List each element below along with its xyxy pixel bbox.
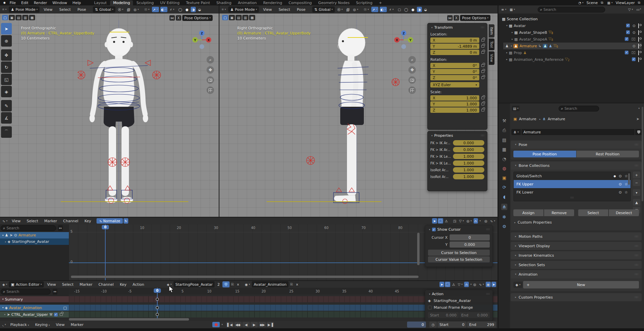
pan-hand-icon[interactable]: ✥ bbox=[207, 66, 214, 74]
dope-hscrollbar[interactable] bbox=[69, 318, 189, 321]
navigation-gizmo[interactable]: Z X Y bbox=[393, 29, 414, 51]
exclude-checkbox[interactable]: ✓ bbox=[625, 37, 628, 41]
current-frame-field[interactable]: 0 bbox=[407, 322, 426, 328]
menu-channel[interactable]: Channel bbox=[96, 282, 116, 287]
collapse-icon[interactable]: ▾ bbox=[429, 228, 430, 231]
xray-icon[interactable]: ⚡▾ bbox=[388, 7, 395, 12]
tab-view-layer-icon[interactable]: ▦ bbox=[502, 147, 506, 152]
frame-end-field[interactable]: End299 bbox=[467, 322, 496, 328]
menu-select[interactable]: Select bbox=[57, 7, 74, 12]
scene-icon[interactable]: ◔▾ bbox=[577, 0, 584, 5]
editor-type-icon[interactable]: ∿▾ bbox=[1, 218, 8, 224]
play-button[interactable]: ▶ bbox=[250, 322, 258, 327]
move-up-button[interactable]: ▲ bbox=[633, 199, 640, 206]
collapse-icon[interactable]: ▾ bbox=[431, 26, 433, 29]
scale-tool[interactable]: ◱ bbox=[1, 74, 12, 85]
render-camera-icon[interactable] bbox=[638, 57, 639, 62]
menu-view[interactable]: View bbox=[45, 282, 59, 287]
warning-icon[interactable]: ⚠ bbox=[451, 282, 456, 287]
enable-checkbox[interactable]: ✓ bbox=[54, 313, 58, 316]
drag-dots[interactable]: ∷∷ bbox=[481, 26, 484, 29]
graph-search[interactable]: ⌕ bbox=[1, 225, 56, 231]
menu-channel[interactable]: Channel bbox=[60, 219, 81, 223]
slot-icon[interactable]: ◉ bbox=[486, 282, 491, 287]
annotate-tool[interactable]: ✎ bbox=[1, 100, 12, 111]
menu-pose[interactable]: Pose bbox=[294, 7, 308, 12]
render-camera-icon[interactable] bbox=[638, 51, 639, 55]
ruler-tick[interactable]: 15 bbox=[235, 289, 240, 293]
tab-bone-constraint-icon[interactable]: ⚙ bbox=[502, 224, 506, 229]
unlock-icon[interactable] bbox=[60, 313, 63, 316]
editor-type-icon[interactable]: ⌗▾ bbox=[1, 7, 7, 12]
zoom-icon[interactable]: ⌕ bbox=[207, 56, 214, 63]
shading-wireframe-icon[interactable]: ◯ bbox=[403, 7, 409, 12]
outliner-display-mode-icon[interactable]: ≡▾ bbox=[500, 7, 507, 12]
render-camera-icon[interactable] bbox=[638, 37, 639, 42]
select-box-tool[interactable]: ➤ bbox=[1, 23, 12, 34]
breadcrumb-object[interactable]: Armature bbox=[519, 117, 536, 121]
id-type-icon[interactable]: ⋔▾ bbox=[511, 129, 521, 135]
ruler-tick[interactable]: 5 bbox=[182, 289, 184, 293]
blender-logo-icon[interactable]: ✸ bbox=[2, 0, 7, 5]
ruler-tick[interactable]: -10 bbox=[101, 289, 107, 293]
location-y-field[interactable]: Y-1.4889 m bbox=[430, 44, 479, 49]
snap-dropdown-icon[interactable]: ▾ bbox=[471, 283, 472, 286]
select-intersect-icon[interactable]: ▩ bbox=[249, 15, 255, 20]
menu-edit[interactable]: Edit bbox=[19, 1, 31, 5]
filter-funnel-icon[interactable]: ▽▾ bbox=[457, 282, 463, 287]
menu-help[interactable]: Help bbox=[70, 1, 84, 5]
lock-icon[interactable] bbox=[481, 45, 484, 48]
ruler-tick[interactable]: 35 bbox=[342, 289, 347, 293]
tab-texture-paint[interactable]: Texture Paint bbox=[183, 0, 213, 5]
pose-options-dropdown[interactable]: Pose Options▾ bbox=[460, 15, 490, 21]
next-keyframe-button[interactable]: ◆▶ bbox=[259, 322, 266, 327]
channel-armature[interactable]: ▾ ♟ ➤ ⊙ Armature bbox=[0, 232, 69, 238]
shading-wireframe-icon[interactable]: ◯ bbox=[177, 7, 183, 12]
channel-summary[interactable]: ▾Summary bbox=[0, 296, 69, 302]
lock-icon[interactable] bbox=[481, 76, 484, 79]
measure-tool[interactable]: ∡ bbox=[1, 112, 12, 124]
tab-tool-icon[interactable]: ⚒ bbox=[502, 118, 506, 123]
hide-eye-icon[interactable]: ⌧ bbox=[631, 51, 636, 55]
collection-specials-menu[interactable]: ▾ bbox=[633, 189, 640, 196]
inverse-kinematics-section[interactable]: ▸Inverse Kinematics∷∷ bbox=[511, 251, 642, 259]
tab-render-icon[interactable]: ⎙ bbox=[503, 128, 506, 133]
custom-properties-subsection[interactable]: ▸Custom Properties bbox=[513, 220, 552, 225]
location-x-field[interactable]: X0 m bbox=[430, 37, 479, 43]
expand-icon[interactable]: ▸ bbox=[512, 31, 513, 34]
favorite-star-icon[interactable]: ☆ bbox=[624, 190, 628, 195]
action2-name-field[interactable]: Avatar_Animation bbox=[252, 281, 289, 287]
tab-scene-icon[interactable]: ◔ bbox=[502, 156, 506, 161]
orientation-dropdown[interactable]: ⇅Global▾ bbox=[93, 6, 115, 12]
action-users-count[interactable]: 2 bbox=[215, 281, 222, 287]
shading-solid-icon[interactable]: ● bbox=[410, 7, 415, 12]
keyframe[interactable] bbox=[156, 298, 159, 301]
ruler-tick[interactable]: 60 bbox=[324, 226, 329, 230]
select-extend-icon[interactable]: ▤ bbox=[236, 15, 242, 20]
outliner-row-avatar[interactable]: ▾ ▩ Avatar ✓ ⊙ bbox=[503, 22, 642, 29]
proportional-edit-icon[interactable]: ◎▾ bbox=[133, 7, 140, 12]
drag-dots[interactable]: ∷∷ bbox=[481, 134, 484, 137]
jump-to-end-button[interactable]: ▶▐ bbox=[267, 322, 274, 327]
menu-view[interactable]: View bbox=[260, 7, 274, 12]
prop-value-field[interactable]: 0.000 bbox=[453, 140, 484, 146]
tab-layout[interactable]: Layout bbox=[91, 0, 110, 5]
prop-value-field[interactable]: 1.000 bbox=[453, 154, 484, 159]
bone-collection-fk-lower[interactable]: FK Lower ⊙ ☆ bbox=[514, 188, 630, 196]
fake-user-shield-icon[interactable] bbox=[635, 129, 642, 135]
prev-keyframe-button[interactable]: ◀◆ bbox=[234, 322, 242, 327]
viewport-display-section[interactable]: ▸Viewport Display∷∷ bbox=[511, 242, 642, 250]
menu-marker[interactable]: Marker bbox=[68, 323, 86, 327]
hide-eye-icon[interactable]: ⌧ bbox=[631, 37, 636, 42]
tab-sculpting[interactable]: Sculpting bbox=[133, 0, 157, 5]
render-camera-icon[interactable] bbox=[638, 30, 639, 35]
prop-value-field[interactable]: 1.000 bbox=[453, 167, 484, 173]
lock-icon[interactable] bbox=[481, 97, 484, 99]
outliner-search[interactable]: ⌕ bbox=[538, 7, 605, 12]
auto-keying-dropdown[interactable]: ▾ bbox=[221, 323, 223, 326]
proportional-edit-icon[interactable]: ◎▾ bbox=[352, 7, 359, 12]
zoom-icon[interactable]: ⌕ bbox=[408, 56, 416, 63]
cursor-to-selection-button[interactable]: Cursor to Selection bbox=[428, 250, 490, 256]
snap-dropdown-icon[interactable]: ▾ bbox=[480, 220, 481, 222]
view-object-types-icon[interactable]: ☉▾ bbox=[363, 7, 370, 12]
